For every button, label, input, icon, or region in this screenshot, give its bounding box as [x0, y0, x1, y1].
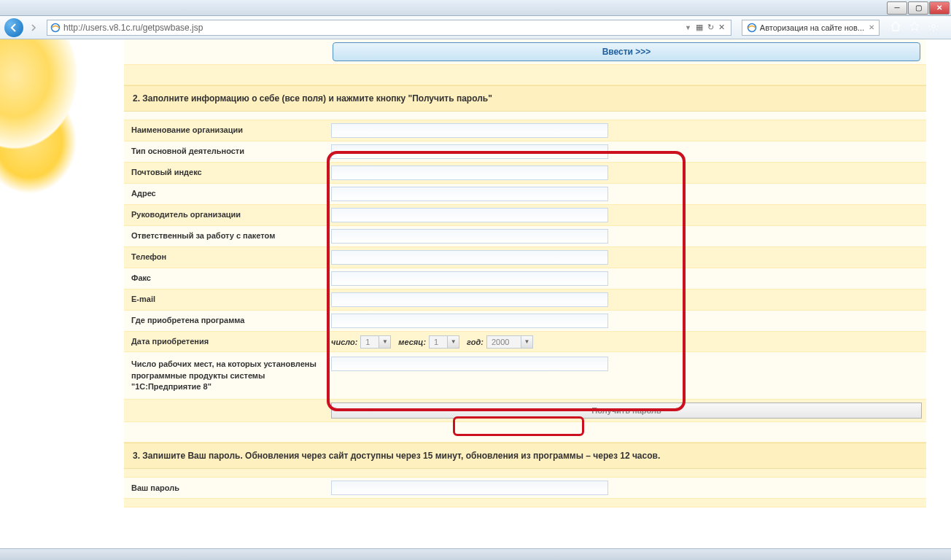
label-email: E-mail	[124, 289, 327, 310]
svg-point-2	[932, 25, 936, 28]
page-content: Ввести >>> 2. Заполните информацию о себ…	[0, 39, 951, 560]
taskbar-sliver	[0, 548, 951, 560]
get-password-button[interactable]: Получить пароль	[331, 402, 922, 419]
svg-point-0	[52, 23, 60, 31]
tab-title: Авторизация на сайте нов...	[760, 23, 864, 32]
label-head: Руководитель организации	[124, 205, 327, 225]
settings-icon[interactable]	[928, 20, 939, 34]
label-password: Ваш пароль	[124, 478, 327, 498]
chevron-down-icon[interactable]: ▼	[447, 336, 459, 348]
input-fax[interactable]	[331, 271, 608, 286]
ie-icon	[50, 23, 61, 33]
label-postal: Почтовый индекс	[124, 163, 327, 183]
input-phone[interactable]	[331, 250, 608, 265]
stop-icon[interactable]: ✕	[718, 23, 725, 32]
nav-forward-button[interactable]	[26, 20, 41, 35]
input-postal[interactable]	[331, 166, 608, 180]
year-label: год:	[467, 338, 484, 346]
form-container: Ввести >>> 2. Заполните информацию о себ…	[124, 39, 926, 551]
label-activity-type: Тип основной деятельности	[124, 141, 327, 162]
label-org-name: Наименование организации	[124, 120, 327, 141]
nav-back-button[interactable]	[4, 18, 23, 37]
chevron-down-icon[interactable]: ▼	[379, 336, 390, 348]
day-label: число:	[331, 338, 357, 346]
input-purchased[interactable]	[331, 314, 608, 328]
label-purchase-date: Дата приобретения	[124, 332, 327, 351]
window-maximize-button[interactable]: ▢	[908, 1, 928, 15]
tab-close-icon[interactable]: ✕	[869, 23, 874, 31]
label-fax: Факс	[124, 268, 327, 289]
page-decoration	[0, 39, 109, 214]
favorites-icon[interactable]	[909, 20, 920, 34]
ie-icon	[747, 23, 757, 33]
window-close-button[interactable]: ✕	[929, 1, 950, 15]
input-workplaces[interactable]	[331, 357, 608, 371]
window-titlebar: ─ ▢ ✕	[0, 0, 951, 16]
url-dropdown-icon[interactable]: ▼	[683, 24, 693, 31]
label-address: Адрес	[124, 184, 327, 204]
chevron-down-icon[interactable]: ▼	[521, 336, 532, 348]
label-responsible: Ответственный за работу с пакетом	[124, 226, 327, 246]
input-activity-type[interactable]	[331, 144, 608, 159]
day-select[interactable]: 1▼	[360, 335, 391, 349]
month-label: месяц:	[398, 338, 426, 346]
input-address[interactable]	[331, 187, 608, 201]
label-workplaces: Число рабочих мест, на которых установле…	[124, 352, 327, 399]
input-email[interactable]	[331, 292, 608, 307]
input-head[interactable]	[331, 208, 608, 222]
section3-heading: 3. Запишите Ваш пароль. Обновления через…	[124, 443, 926, 469]
compat-icon[interactable]: ▦	[696, 23, 703, 32]
enter-button[interactable]: Ввести >>>	[333, 42, 920, 61]
window-minimize-button[interactable]: ─	[887, 1, 907, 15]
tab-active[interactable]: Авторизация на сайте нов... ✕	[742, 20, 880, 36]
label-purchased: Где приобретена программа	[124, 311, 327, 331]
refresh-icon[interactable]: ↻	[707, 23, 714, 32]
home-icon[interactable]	[890, 20, 901, 34]
input-org-name[interactable]	[331, 123, 608, 138]
output-password	[331, 481, 608, 495]
input-responsible[interactable]	[331, 229, 608, 244]
section2-heading: 2. Заполните информацию о себе (все поля…	[124, 85, 926, 112]
browser-toolbar: ▼ ▦ ↻ ✕ Авторизация на сайте нов... ✕	[0, 16, 951, 39]
label-phone: Телефон	[124, 247, 327, 268]
url-input[interactable]	[63, 23, 683, 33]
year-select[interactable]: 2000▼	[486, 335, 533, 349]
month-select[interactable]: 1▼	[429, 335, 459, 349]
address-bar[interactable]: ▼ ▦ ↻ ✕	[47, 20, 731, 36]
svg-point-1	[748, 23, 756, 31]
